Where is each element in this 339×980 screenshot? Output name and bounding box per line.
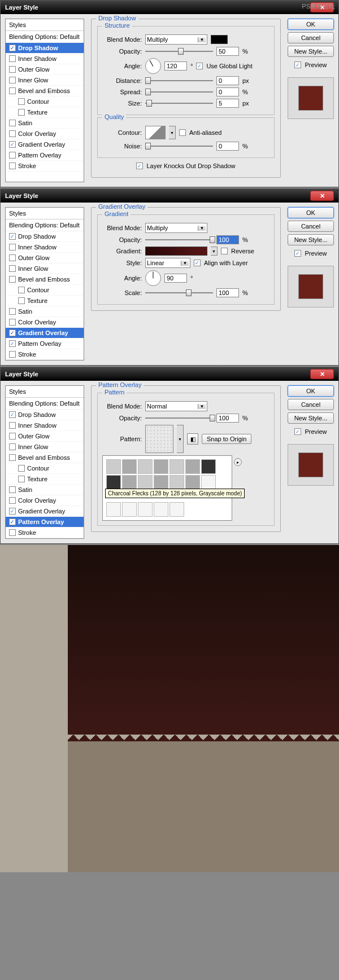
styles-header[interactable]: Styles [6, 19, 84, 31]
blending-options[interactable]: Blending Options: Default [6, 219, 84, 231]
align-checkbox[interactable] [194, 260, 201, 266]
cancel-button[interactable]: Cancel [288, 221, 334, 232]
anti-aliased-checkbox[interactable] [179, 129, 186, 136]
snap-to-origin-button[interactable]: Snap to Origin [202, 434, 251, 444]
style-item-pattern-overlay[interactable]: Pattern Overlay [6, 517, 84, 528]
style-checkbox[interactable] [9, 55, 16, 62]
style-checkbox[interactable] [18, 287, 25, 293]
pattern-thumbnail[interactable] [169, 502, 184, 517]
style-checkbox[interactable] [9, 351, 16, 358]
style-checkbox[interactable] [18, 297, 25, 304]
style-item-satin[interactable]: Satin [6, 306, 84, 317]
style-item-contour[interactable]: Contour [6, 96, 84, 107]
style-checkbox[interactable] [9, 141, 16, 148]
style-checkbox[interactable] [9, 497, 16, 504]
style-checkbox[interactable] [9, 265, 16, 272]
style-item-color-overlay[interactable]: Color Overlay [6, 495, 84, 506]
pattern-thumbnail[interactable] [169, 459, 184, 474]
distance-slider[interactable] [145, 80, 213, 81]
close-button[interactable]: ✕ [310, 369, 334, 379]
angle-input[interactable] [164, 274, 187, 283]
style-checkbox[interactable] [9, 130, 16, 137]
scale-slider[interactable] [145, 292, 213, 293]
style-item-outer-glow[interactable]: Outer Glow [6, 253, 84, 263]
style-checkbox[interactable] [9, 508, 16, 515]
style-item-inner-glow[interactable]: Inner Glow [6, 442, 84, 452]
style-checkbox[interactable] [9, 162, 16, 169]
style-item-pattern-overlay[interactable]: Pattern Overlay [6, 150, 84, 161]
noise-slider[interactable] [145, 146, 213, 147]
new-style-button[interactable]: New Style... [288, 234, 334, 245]
style-item-gradient-overlay[interactable]: Gradient Overlay [6, 328, 84, 339]
preview-checkbox[interactable] [294, 250, 301, 257]
scale-input[interactable] [216, 288, 239, 297]
style-checkbox[interactable] [18, 109, 25, 116]
cancel-button[interactable]: Cancel [288, 32, 334, 43]
style-checkbox[interactable] [18, 98, 25, 105]
preview-checkbox[interactable] [294, 428, 301, 435]
size-slider[interactable] [145, 103, 213, 104]
styles-header[interactable]: Styles [6, 386, 84, 398]
gradient-picker[interactable] [145, 247, 207, 256]
pattern-thumbnail[interactable] [106, 502, 121, 517]
close-button[interactable]: ✕ [310, 191, 334, 201]
reverse-checkbox[interactable] [221, 248, 228, 254]
preview-checkbox[interactable] [294, 61, 301, 68]
style-checkbox[interactable] [9, 276, 16, 283]
pattern-thumbnail[interactable] [122, 459, 137, 474]
style-item-gradient-overlay[interactable]: Gradient Overlay [6, 139, 84, 150]
cancel-button[interactable]: Cancel [288, 399, 334, 410]
style-item-inner-shadow[interactable]: Inner Shadow [6, 242, 84, 253]
pattern-thumbnail[interactable] [201, 459, 216, 474]
opacity-slider[interactable] [145, 418, 213, 419]
blending-options[interactable]: Blending Options: Default [6, 398, 84, 410]
spread-slider[interactable] [145, 91, 213, 93]
style-item-texture[interactable]: Texture [6, 474, 84, 485]
style-checkbox[interactable] [9, 518, 16, 525]
style-item-texture[interactable]: Texture [6, 296, 84, 306]
titlebar[interactable]: Layer Style ✕ [1, 189, 338, 203]
style-item-bevel-and-emboss[interactable]: Bevel and Emboss [6, 86, 84, 96]
style-checkbox[interactable] [9, 66, 16, 73]
style-item-outer-glow[interactable]: Outer Glow [6, 431, 84, 442]
style-checkbox[interactable] [9, 87, 16, 94]
blend-mode-select[interactable]: Multiply▼ [145, 34, 207, 45]
style-checkbox[interactable] [9, 120, 16, 126]
size-input[interactable] [216, 99, 239, 108]
style-checkbox[interactable] [9, 411, 16, 418]
blending-options[interactable]: Blending Options: Default [6, 31, 84, 43]
style-checkbox[interactable] [9, 244, 16, 251]
pattern-thumbnail[interactable] [138, 459, 153, 474]
style-item-contour[interactable]: Contour [6, 463, 84, 474]
pattern-thumbnail[interactable] [154, 459, 168, 474]
chevron-down-icon[interactable]: ▼ [211, 247, 218, 256]
color-swatch[interactable] [211, 35, 228, 44]
style-item-color-overlay[interactable]: Color Overlay [6, 317, 84, 328]
pattern-thumbnail[interactable] [122, 502, 137, 517]
angle-dial[interactable] [145, 270, 161, 286]
spread-input[interactable] [216, 87, 239, 96]
style-item-inner-glow[interactable]: Inner Glow [6, 263, 84, 274]
pattern-thumbnail[interactable] [169, 475, 184, 490]
pattern-thumbnail[interactable] [185, 475, 200, 490]
styles-header[interactable]: Styles [6, 208, 84, 219]
style-checkbox[interactable] [9, 443, 16, 450]
opacity-input[interactable] [216, 414, 239, 423]
style-item-inner-shadow[interactable]: Inner Shadow [6, 54, 84, 64]
new-style-button[interactable]: New Style... [288, 412, 334, 424]
ok-button[interactable]: OK [288, 207, 334, 218]
pattern-thumbnail[interactable] [154, 475, 168, 490]
style-checkbox[interactable] [9, 329, 16, 336]
style-checkbox[interactable] [9, 340, 16, 347]
style-item-drop-shadow[interactable]: Drop Shadow [6, 231, 84, 242]
style-checkbox[interactable] [9, 529, 16, 536]
style-checkbox[interactable] [9, 308, 16, 315]
blend-mode-select[interactable]: Normal▼ [145, 401, 207, 411]
style-checkbox[interactable] [9, 486, 16, 493]
new-preset-icon[interactable]: ◧ [187, 433, 198, 445]
pattern-thumbnail[interactable] [138, 475, 153, 490]
style-checkbox[interactable] [9, 254, 16, 261]
titlebar[interactable]: Layer Style ✕ [1, 367, 338, 381]
pattern-thumbnail[interactable] [106, 475, 121, 490]
style-item-outer-glow[interactable]: Outer Glow [6, 64, 84, 75]
